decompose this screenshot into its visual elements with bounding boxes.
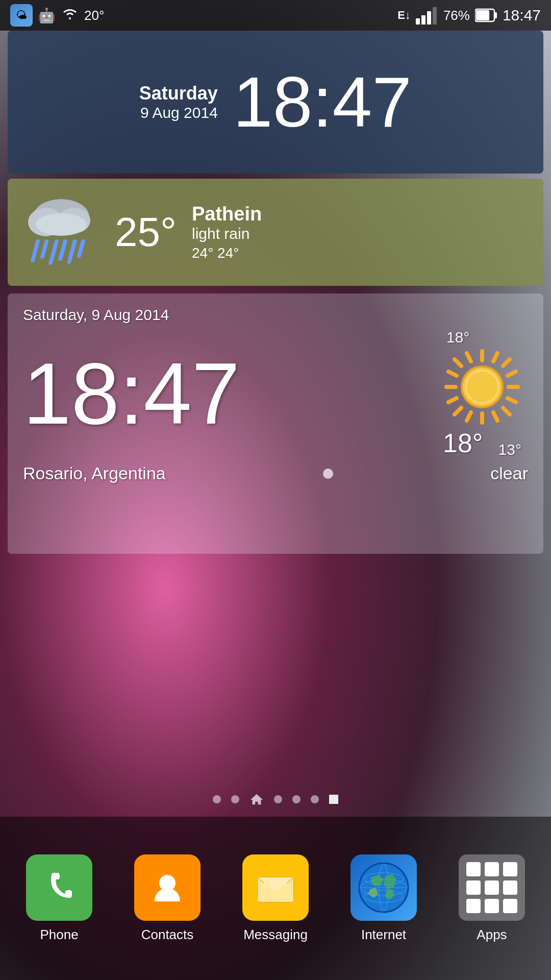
wifi-icon	[61, 7, 79, 24]
page-dot-5[interactable]	[292, 795, 300, 803]
svg-line-23	[448, 398, 457, 402]
page-dots	[0, 792, 551, 806]
page-dot-4[interactable]	[274, 795, 282, 803]
dock-item-contacts[interactable]: Contacts	[121, 854, 213, 943]
signal-bars-icon	[416, 6, 438, 24]
dock-item-apps[interactable]: Apps	[446, 854, 538, 943]
contacts-label: Contacts	[141, 927, 194, 943]
svg-point-10	[36, 213, 87, 236]
svg-line-20	[508, 398, 516, 402]
status-left-icons: 🌤 🤖 20°	[10, 4, 104, 27]
svg-rect-6	[476, 10, 489, 20]
dock: Phone Contacts Messaging	[0, 817, 551, 980]
globe-svg	[356, 860, 412, 916]
contacts-icon[interactable]	[134, 854, 201, 921]
cw-low-temp: 13°	[498, 441, 521, 458]
svg-line-15	[455, 359, 461, 366]
weather-icon-container	[23, 191, 105, 273]
svg-rect-0	[416, 18, 420, 24]
widget-indicator-dot	[323, 469, 333, 479]
clock-time-top: 18:47	[233, 66, 412, 138]
apps-icon[interactable]	[459, 854, 525, 921]
cw-weather-condition: clear	[490, 463, 528, 483]
battery-icon	[475, 8, 497, 22]
apps-grid[interactable]	[459, 854, 525, 921]
dock-item-phone[interactable]: Phone	[13, 854, 105, 943]
weather-temperature: 25°	[115, 209, 177, 256]
svg-line-16	[503, 408, 510, 414]
cw-bottom-row: Rosario, Argentina clear	[23, 463, 528, 483]
rain-cloud-icon	[23, 191, 99, 242]
apps-grid-dot	[466, 899, 481, 913]
cw-date: Saturday, 9 Aug 2014	[23, 306, 528, 324]
dock-item-internet[interactable]: Internet	[338, 854, 430, 943]
svg-line-21	[493, 353, 497, 361]
page-dot-6[interactable]	[311, 795, 319, 803]
status-bar: 🌤 🤖 20° E↓ 76% 18:47	[0, 0, 551, 31]
svg-rect-3	[433, 7, 437, 24]
cw-sun-container: 18°	[441, 329, 523, 458]
page-dot-1[interactable]	[213, 795, 221, 803]
svg-line-26	[493, 412, 497, 421]
svg-rect-2	[427, 11, 431, 24]
apps-grid-dot	[503, 880, 517, 895]
internet-icon[interactable]	[350, 854, 417, 921]
battery-percent: 76%	[443, 8, 470, 23]
clock-weather-widget[interactable]: Saturday, 9 Aug 2014 18:47 18°	[8, 293, 543, 554]
clock-widget-top: Saturday 9 Aug 2014 18:47	[8, 31, 543, 174]
svg-rect-1	[421, 15, 425, 24]
status-time: 18:47	[503, 7, 541, 24]
clock-date: 9 Aug 2014	[139, 104, 218, 121]
svg-line-24	[508, 372, 516, 376]
apps-grid-dot	[485, 899, 499, 913]
weather-condition: light rain	[192, 225, 262, 242]
status-right-icons: E↓ 76% 18:47	[397, 6, 541, 24]
sun-icon	[441, 346, 523, 428]
apps-grid-dot	[485, 862, 499, 876]
svg-line-19	[448, 372, 457, 376]
svg-line-18	[455, 408, 461, 414]
phone-icon[interactable]	[26, 854, 92, 921]
dock-item-messaging[interactable]: Messaging	[230, 854, 321, 943]
weather-widget[interactable]: 25° Pathein light rain 24° 24°	[8, 179, 543, 286]
svg-line-17	[503, 359, 510, 366]
internet-label: Internet	[361, 927, 406, 943]
svg-rect-5	[494, 12, 497, 18]
home-dot[interactable]	[249, 792, 264, 806]
rain-lines	[33, 239, 105, 265]
clock-day-date: Saturday 9 Aug 2014	[139, 83, 218, 121]
cw-time: 18:47	[23, 350, 240, 437]
apps-label: Apps	[477, 927, 507, 943]
cw-time-row: 18:47 18°	[23, 329, 528, 458]
clock-day: Saturday	[139, 83, 218, 104]
apps-grid-dot	[466, 880, 481, 895]
clock-date-time-top: Saturday 9 Aug 2014 18:47	[139, 66, 412, 138]
svg-line-22	[467, 412, 471, 421]
weather-app-status-icon: 🌤	[10, 4, 33, 27]
messaging-label: Messaging	[243, 927, 308, 943]
page-dot-2[interactable]	[231, 795, 239, 803]
apps-grid-dot	[466, 862, 481, 876]
phone-label: Phone	[40, 927, 78, 943]
weather-info: Pathein light rain 24° 24°	[192, 203, 262, 261]
cw-current-temp: 18°	[443, 428, 483, 458]
cw-location: Rosario, Argentina	[23, 463, 166, 483]
android-icon: 🤖	[38, 7, 56, 24]
apps-grid-dot	[503, 862, 517, 876]
weather-temp-range: 24° 24°	[192, 245, 262, 261]
apps-grid-dot	[485, 880, 499, 895]
cw-high-temp: 18°	[446, 329, 469, 346]
svg-line-25	[467, 353, 471, 361]
weather-city: Pathein	[192, 203, 262, 225]
apps-grid-dot	[503, 899, 517, 913]
network-type-icon: E↓	[397, 9, 411, 22]
messaging-icon[interactable]	[242, 854, 309, 921]
page-dot-7-active[interactable]	[329, 795, 338, 804]
temperature-display: 20°	[84, 8, 104, 23]
svg-point-27	[462, 366, 503, 407]
